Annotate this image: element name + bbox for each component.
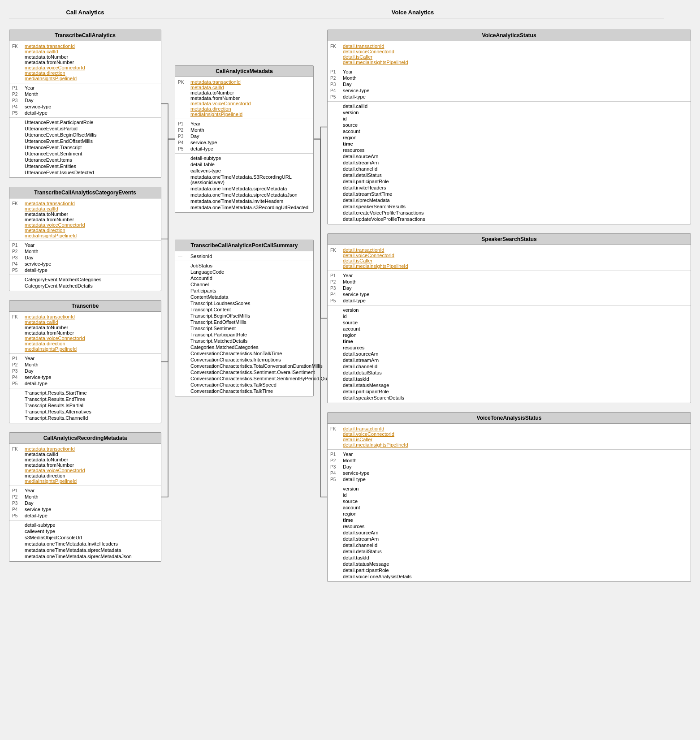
table-row: UtteranceEvent.Items [9, 157, 161, 163]
transcribe-call-analytics-category-events-title: TranscribeCallAnalyticsCategoryEvents [9, 187, 161, 198]
voice-analytics-status-title: VoiceAnalyticsStatus [328, 30, 691, 41]
speaker-search-status-table: SpeakerSearchStatus FK detail.transactio… [327, 233, 691, 403]
table-row: UtteranceEvent.IssuesDetected [9, 169, 161, 176]
transcribe-title: Transcribe [9, 301, 161, 312]
table-row: UtteranceEvent.EndOffsetMillis [9, 138, 161, 144]
page-container: Call Analytics Voice Analytics Transcrib… [0, 0, 700, 740]
row-key: FK [12, 43, 25, 49]
table-row: P3Day [9, 97, 161, 103]
right-column: VoiceAnalyticsStatus FK detail.transacti… [327, 30, 691, 582]
table-row: P4service-type [9, 103, 161, 110]
row-val: metadata.direction [25, 70, 158, 76]
transcribe-call-analytics-post-call-summary-title: TranscribeCallAnalyticsPostCallSummary [175, 240, 313, 251]
table-row: FK metadata.transactionId metadata.callI… [9, 43, 161, 82]
center-column: CallAnalyticsMetadata PK metadata.transa… [175, 65, 314, 396]
row-val: metadata.fromNumber [25, 60, 158, 65]
table-row: P1Year [9, 85, 161, 91]
transcribe-call-analytics-table: TranscribeCallAnalytics FK metadata.tran… [9, 30, 161, 178]
table-row: P2Month [9, 91, 161, 97]
table-row: UtteranceEvent.Transcript [9, 144, 161, 151]
transcribe-call-analytics-category-events-table: TranscribeCallAnalyticsCategoryEvents FK… [9, 187, 161, 291]
voice-tone-analysis-status-table: VoiceToneAnalysisStatus FK detail.transa… [327, 412, 691, 582]
row-val: mediaInsightsPipelineId [25, 76, 158, 81]
row-val: metadata.toNumber [25, 54, 158, 60]
call-analytics-metadata-table: CallAnalyticsMetadata PK metadata.transa… [175, 65, 314, 213]
table-row: UtteranceEvent.Entities [9, 163, 161, 169]
transcribe-call-analytics-title: TranscribeCallAnalytics [9, 30, 161, 41]
call-analytics-recording-metadata-title: CallAnalyticsRecordingMetadata [9, 433, 161, 444]
row-val: metadata.voiceConnectorId [25, 65, 158, 70]
table-row: UtteranceEvent.BeginOffsetMillis [9, 132, 161, 138]
table-row: UtteranceEvent.isPartial [9, 125, 161, 132]
transcribe-call-analytics-post-call-summary-table: TranscribeCallAnalyticsPostCallSummary —… [175, 240, 314, 396]
row-val: metadata.transactionId [25, 43, 158, 49]
call-analytics-metadata-title: CallAnalyticsMetadata [175, 66, 313, 77]
table-row: UtteranceEvent.Sentiment [9, 151, 161, 157]
speaker-search-status-title: SpeakerSearchStatus [328, 234, 691, 245]
table-row: UtteranceEvent.ParticipantRole [9, 119, 161, 125]
voice-analytics-status-table: VoiceAnalyticsStatus FK detail.transacti… [327, 30, 691, 224]
call-analytics-recording-metadata-table: CallAnalyticsRecordingMetadata FK metada… [9, 432, 161, 562]
call-analytics-header: Call Analytics [9, 9, 161, 18]
table-row: P5detail-type [9, 110, 161, 116]
transcribe-table: Transcribe FK metadata.transactionId met… [9, 300, 161, 423]
table-row: FK metadata.transactionId metadata.callI… [9, 200, 161, 239]
voice-tone-analysis-status-title: VoiceToneAnalysisStatus [328, 413, 691, 424]
voice-analytics-header: Voice Analytics [161, 9, 664, 18]
row-val: metadata.callId [25, 49, 158, 54]
left-column: TranscribeCallAnalytics FK metadata.tran… [9, 30, 161, 562]
